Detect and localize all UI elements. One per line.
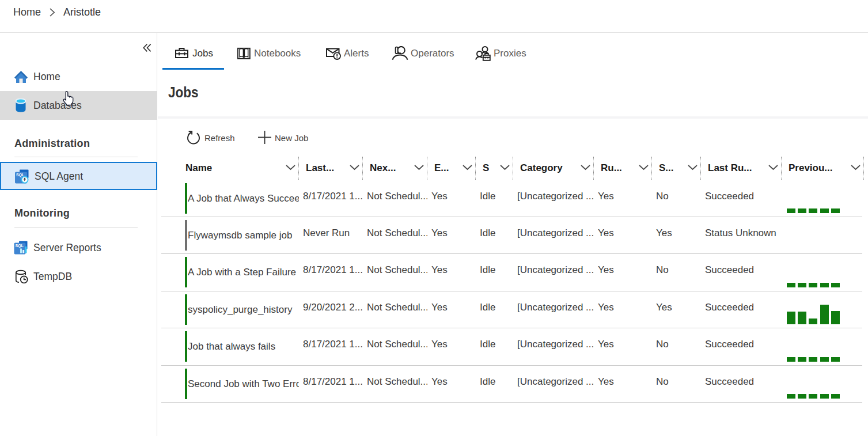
svg-text:SQL: SQL (16, 244, 24, 248)
